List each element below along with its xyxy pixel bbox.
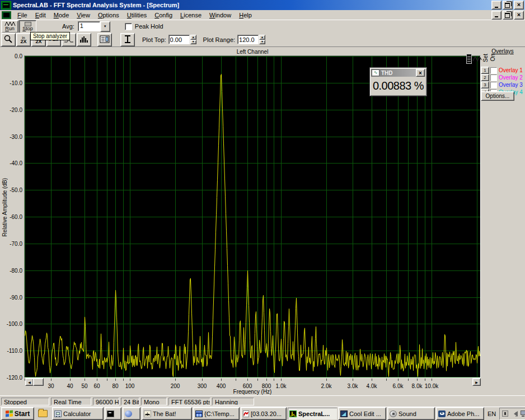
plot-range-spinner[interactable]: ▲▼ [259,35,265,44]
spin-down-icon[interactable]: ▼ [190,40,196,45]
generator-icon[interactable] [466,52,483,66]
taskbar-button-cool-edit[interactable]: Cool Edit ... [338,407,386,420]
histogram-button[interactable] [77,33,91,46]
cooledit-icon [340,410,348,417]
minimize-button[interactable] [491,1,501,10]
menu-item-view[interactable]: View [73,11,94,20]
taskbar-button-c-temp[interactable]: {C:\Temp... [193,407,240,420]
overlay-label-1: Overlay 1 [499,67,523,73]
thd-title: THD [381,70,393,76]
avg-label: Avg: [62,23,74,30]
spectrum-plot[interactable] [25,56,480,377]
overlay-on-checkbox-1[interactable] [490,67,497,74]
child-window-icon[interactable] [2,11,11,19]
menu-item-config[interactable]: Config [151,11,176,20]
display-options-button[interactable] [97,33,112,46]
magnifier-icon [3,35,13,45]
sound-icon [390,410,397,417]
task-label: Sound [399,410,416,417]
level-meter-icon [466,54,472,64]
y-tick-label: -80.0 [0,268,22,274]
hscroll-left-arrow[interactable]: ◀ [25,378,34,386]
menu-items: FileEditModeViewOptionsUtilitiesConfigLi… [13,11,256,20]
stop-button[interactable]: Stop [19,20,36,33]
x-minor-tick [326,379,327,381]
spin-down-icon[interactable]: ▼ [259,40,265,45]
menu-item-file[interactable]: File [13,11,31,20]
console-icon [107,410,114,417]
x-minor-tick [85,379,85,381]
overlays-col-on: On [490,54,496,61]
taskbar-button-globe[interactable] [123,407,140,420]
magnifier-button[interactable] [1,33,16,46]
menu-item-window[interactable]: Window [205,11,235,20]
child-minimize-button[interactable] [491,11,501,20]
overlays-options-button[interactable]: Options... [481,91,514,101]
x-minor-tick [386,379,387,381]
overlay-on-checkbox-3[interactable] [490,82,497,88]
volume-icon[interactable] [511,411,518,417]
plot-range-input[interactable] [237,35,259,44]
start-button[interactable]: Start [1,407,34,420]
taskbar-button-console[interactable] [105,407,121,420]
overlay-set-button-1[interactable]: 1 [481,67,489,74]
overlay-row-2: 2Overlay 2 [481,74,524,81]
taskbar-button-the-bat[interactable]: The Bat! [142,407,192,420]
restore-button[interactable] [503,1,513,10]
avg-value[interactable]: 1 [78,21,100,31]
menu-item-utilities[interactable]: Utilities [123,11,151,20]
x-minor-tick [115,379,116,381]
y-tick-label: -120.0 [0,375,22,381]
x-minor-tick [51,379,51,381]
taskbar-button-adobe-ph[interactable]: Adobe Ph... [436,407,484,420]
thd-close-icon[interactable]: × [416,69,425,77]
status-sample-rate: 96000 Hz [93,398,119,405]
histogram-icon [79,35,89,44]
taskbar-button-spectral[interactable]: SpectraL... [288,408,337,419]
overlay-label-2: Overlay 2 [499,74,523,81]
taskbar-button-calculator[interactable]: Calculator [52,407,104,420]
menu-item-license[interactable]: License [176,11,205,20]
spin-up-icon[interactable]: ▲ [259,35,265,40]
overlay-set-button-2[interactable]: 2 [481,74,489,81]
spectralab-icon [289,410,297,417]
menu-item-options[interactable]: Options [94,11,123,20]
hscroll-right-arrow[interactable]: ▶ [472,378,481,386]
spin-up-icon[interactable]: ▲ [190,35,196,40]
menu-item-edit[interactable]: Edit [31,11,50,20]
run-button[interactable]: Run [1,20,18,33]
window-title: SpectraLAB - FFT Spectral Analysis Syste… [13,2,179,8]
toolbar-main: Run Stop Avg: 1 ▼ Peak Hold [0,20,525,32]
quicklaunch-folder-icon[interactable] [38,410,48,417]
avg-combo[interactable]: 1 ▼ [78,21,110,32]
thd-value: 0.00883 % [371,77,425,95]
tooltip: Stop analyzer [30,32,70,40]
y-tick-label: -90.0 [0,295,22,301]
peak-hold-checkbox[interactable] [125,23,132,30]
close-button[interactable]: × [514,1,524,10]
x-minor-tick [432,379,432,381]
taskbar-button-sound[interactable]: Sound [387,407,435,420]
tray-status-icon[interactable] [502,410,508,417]
task-label: {C:\Temp... [204,410,235,417]
zoom-in-2x-button[interactable]: in2X [16,33,31,46]
plot-top-spinner[interactable]: ▲▼ [190,35,196,44]
menu-item-mode[interactable]: Mode [50,11,73,20]
overlay-on-checkbox-2[interactable] [490,74,497,81]
plot-top-input[interactable] [168,35,190,44]
overlay-set-button-3[interactable]: 3 [481,81,489,88]
child-restore-button[interactable] [503,11,513,20]
thd-titlebar[interactable]: ∿ THD × [371,69,425,77]
hscroll-thumb[interactable] [33,378,44,386]
menu-item-help[interactable]: Help [235,11,256,20]
system-tray: 18:10 [499,408,525,420]
network-icon[interactable] [521,410,525,417]
fit-vertical-button[interactable] [120,33,135,46]
x-minor-tick [236,379,236,381]
child-close-button[interactable]: × [514,11,524,20]
chevron-down-icon[interactable]: ▼ [100,21,110,32]
taskbar-button-03-03-20[interactable]: [03.03.20... [241,407,287,420]
x-minor-tick [123,379,124,381]
language-indicator[interactable]: EN [487,410,496,417]
y-tick-label: -40.0 [0,160,22,166]
